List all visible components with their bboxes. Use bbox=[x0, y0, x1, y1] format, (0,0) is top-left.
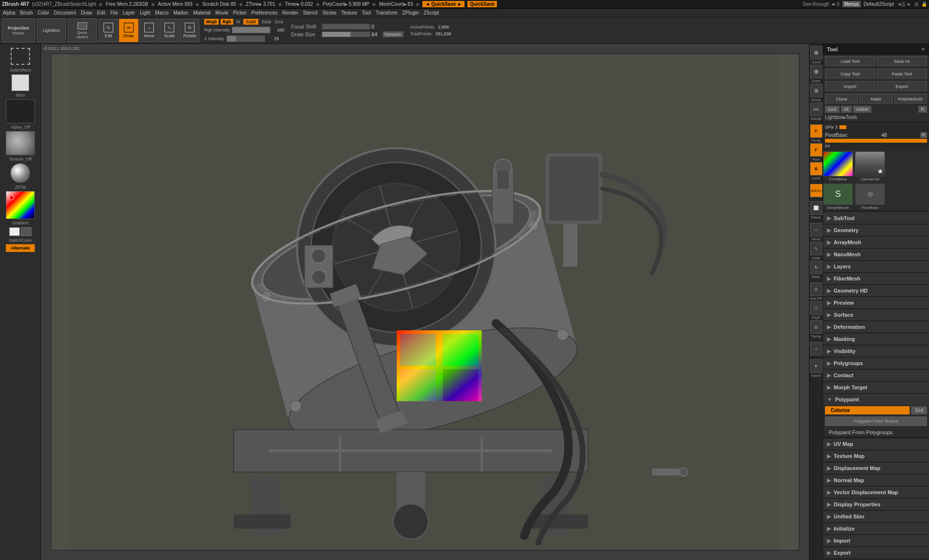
export2-header[interactable]: ▶ Export bbox=[823, 547, 929, 559]
all-btn[interactable]: All bbox=[841, 106, 852, 113]
rgb-intensity-slider[interactable] bbox=[232, 27, 270, 33]
z-intensity-slider[interactable] bbox=[226, 35, 265, 42]
colorize-btn[interactable]: Colorize bbox=[825, 406, 910, 414]
close-tool-panel-btn[interactable]: ✕ bbox=[921, 47, 925, 52]
switch-color[interactable] bbox=[9, 227, 31, 236]
menu-preferences[interactable]: Preferences bbox=[252, 10, 278, 15]
menu-macro[interactable]: Macro bbox=[155, 10, 169, 15]
polypaint-header[interactable]: ▼ Polypaint bbox=[823, 394, 929, 405]
displacement-map-header[interactable]: ▶ Displacement Map bbox=[823, 462, 929, 474]
make-btn[interactable]: Make bbox=[859, 94, 892, 103]
pivot-slider[interactable] bbox=[825, 139, 927, 143]
transp-btn[interactable]: ◎ bbox=[810, 320, 823, 334]
preview-thumb-cylinder[interactable]: ★ bbox=[855, 151, 885, 177]
draw-size-slider[interactable] bbox=[322, 31, 370, 37]
projection-master-btn[interactable]: Projection Master bbox=[2, 18, 35, 43]
default-script[interactable]: Default2Script bbox=[864, 1, 894, 7]
rotate-btn[interactable]: ↻ bbox=[810, 261, 823, 274]
nanomesh-header[interactable]: ▶ NanoMesh bbox=[823, 249, 929, 260]
unified-skin-header[interactable]: ▶ Unified Skin bbox=[823, 511, 929, 522]
persp-btn[interactable]: P bbox=[810, 124, 823, 138]
see-through[interactable]: See-through ◄ 0 bbox=[803, 1, 839, 7]
import2-header[interactable]: ▶ Import bbox=[823, 535, 929, 546]
uv-map-header[interactable]: ▶ UV Map bbox=[823, 438, 929, 450]
menu-document[interactable]: Document bbox=[54, 10, 76, 15]
menu-color[interactable]: Color bbox=[38, 10, 49, 15]
lightbox-btn[interactable]: LightBox bbox=[37, 18, 66, 43]
layers-header[interactable]: ▶ Layers bbox=[823, 261, 929, 272]
aahalf-btn[interactable]: AA bbox=[810, 103, 823, 116]
import-btn[interactable]: Import bbox=[825, 81, 875, 91]
rect-preview[interactable] bbox=[12, 74, 29, 91]
m-btn[interactable]: M bbox=[237, 19, 240, 24]
lightbox-tools-btn[interactable]: Lightbox▸Tools bbox=[823, 114, 929, 121]
menu-light[interactable]: Light bbox=[140, 10, 150, 15]
polypaint-from-polygroups-btn[interactable]: Polypaint From Polygroups bbox=[823, 427, 929, 438]
una-pip-btn[interactable]: ⊡ bbox=[810, 282, 823, 296]
menu-alpha[interactable]: Alpha bbox=[3, 10, 15, 15]
arraymesh-header[interactable]: ▶ ArrayMesh bbox=[823, 236, 929, 248]
export-btn[interactable]: Export bbox=[877, 81, 927, 91]
fibermesh-header[interactable]: ▶ FiberMesh bbox=[823, 273, 929, 284]
menu-zscript[interactable]: ZScript bbox=[424, 10, 439, 15]
menu-texture[interactable]: Texture bbox=[341, 10, 357, 15]
focal-shift-slider[interactable] bbox=[322, 24, 370, 29]
r-btn[interactable]: R bbox=[918, 106, 928, 113]
alpha-preview[interactable] bbox=[6, 99, 35, 123]
zadd-btn[interactable]: Zadd bbox=[243, 19, 258, 25]
scroll-btn[interactable]: ⊕ bbox=[810, 46, 823, 59]
local-btn[interactable]: 6 bbox=[810, 162, 823, 176]
menu-render[interactable]: Render bbox=[283, 10, 299, 15]
quick-sketch-btn[interactable]: Quick Sketch bbox=[68, 18, 97, 43]
scale-mode-btn[interactable]: ⤡ Scale bbox=[160, 19, 179, 42]
dynamic-btn[interactable]: Dynamic bbox=[383, 31, 404, 37]
polyf-btn[interactable]: ⬡ bbox=[810, 301, 823, 315]
morph-target-header[interactable]: ▶ Morph Target bbox=[823, 382, 929, 393]
deformation-header[interactable]: ▶ Deformation bbox=[823, 321, 929, 333]
viewport[interactable] bbox=[51, 54, 799, 550]
geometry-hd-header[interactable]: ▶ Geometry HD bbox=[823, 285, 929, 296]
pivot-r-btn[interactable]: R bbox=[920, 132, 928, 138]
menu-zplugin[interactable]: ZPlugin bbox=[403, 10, 419, 15]
menu-marker[interactable]: Marker bbox=[173, 10, 188, 15]
alternate-btn[interactable]: Alternate bbox=[6, 244, 35, 252]
geometry-header1[interactable]: ▶ Geometry bbox=[823, 224, 929, 236]
masking-header[interactable]: ▶ Masking bbox=[823, 333, 929, 345]
actual-btn[interactable]: ⊞ bbox=[810, 84, 823, 97]
frame-btn[interactable]: ⬜ bbox=[810, 201, 823, 215]
menu-material[interactable]: Material bbox=[194, 10, 211, 15]
grd-btn[interactable]: Grd bbox=[911, 406, 927, 414]
load-tool-btn[interactable]: Load Tool bbox=[825, 56, 875, 66]
menu-picker[interactable]: Picker bbox=[233, 10, 247, 15]
menu-draw[interactable]: Draw bbox=[81, 10, 92, 15]
ghost-btn[interactable]: ○ bbox=[810, 342, 823, 355]
rotate-mode-btn[interactable]: ↻ Rotate bbox=[180, 19, 199, 42]
polygroups-header[interactable]: ▶ Polygroups bbox=[823, 357, 929, 369]
surface-header[interactable]: ▶ Surface bbox=[823, 309, 929, 321]
display-properties-header[interactable]: ▶ Display Properties bbox=[823, 499, 929, 510]
texture-map-header[interactable]: ▶ Texture Map bbox=[823, 450, 929, 462]
menu-stencil[interactable]: Stencil bbox=[303, 10, 317, 15]
menu-transform[interactable]: Transform bbox=[375, 10, 397, 15]
zoom-btn[interactable]: ⊕ bbox=[810, 65, 823, 78]
preview-thumb-colorful[interactable]: ✓ bbox=[823, 151, 853, 177]
menu-tool[interactable]: Tool bbox=[362, 10, 371, 15]
menu-movie[interactable]: Movie bbox=[215, 10, 228, 15]
center-canvas[interactable]: -0.316,1.163,0.261 bbox=[41, 44, 809, 560]
menu-file[interactable]: File bbox=[110, 10, 118, 15]
menu-stroke[interactable]: Stroke bbox=[322, 10, 336, 15]
vector-displacement-header[interactable]: ▶ Vector Displacement Map bbox=[823, 486, 929, 498]
quicksave-btn[interactable]: QuickSave bbox=[467, 1, 497, 7]
menu-edit[interactable]: Edit bbox=[97, 10, 105, 15]
initialize-header[interactable]: ▶ Initialize bbox=[823, 523, 929, 534]
polypaint-from-texture-btn[interactable]: Polypaint From Texture bbox=[825, 416, 927, 426]
zsub-btn[interactable]: Zsub bbox=[262, 19, 271, 24]
menus-btn[interactable]: Menus bbox=[842, 1, 861, 7]
zcut-btn[interactable]: Zcut bbox=[275, 19, 284, 24]
normal-map-header[interactable]: ▶ Normal Map bbox=[823, 474, 929, 486]
visibility-header[interactable]: ▶ Visibility bbox=[823, 345, 929, 357]
subtool-header[interactable]: ▶ SubTool bbox=[823, 212, 929, 224]
material-preview[interactable] bbox=[11, 163, 30, 183]
move-btn[interactable]: ↔ bbox=[810, 223, 823, 236]
preview-header[interactable]: ▶ Preview bbox=[823, 297, 929, 309]
